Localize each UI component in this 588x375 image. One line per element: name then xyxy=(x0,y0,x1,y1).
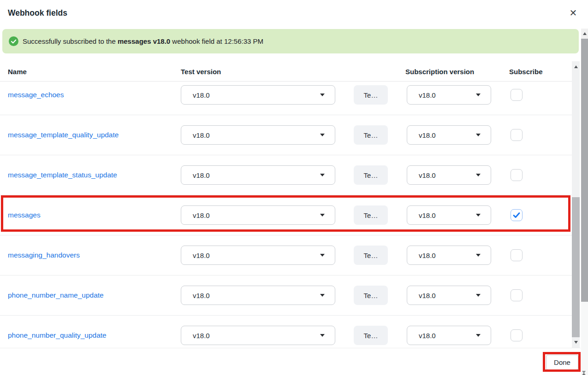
page-scrollbar[interactable] xyxy=(581,29,588,375)
subscription-version-dropdown[interactable]: v18.0 xyxy=(407,165,491,185)
subscribe-checkbox[interactable] xyxy=(511,129,523,141)
table-scrollbar[interactable] xyxy=(572,61,580,348)
test-button[interactable]: Te… xyxy=(354,125,388,145)
success-banner: Successfully subscribed to the messages … xyxy=(2,29,579,53)
dropdown-value: v18.0 xyxy=(193,292,210,299)
subscribe-checkbox[interactable] xyxy=(511,169,523,181)
table-row: message_template_status_update v18.0 Te…… xyxy=(0,155,572,195)
dropdown-value: v18.0 xyxy=(419,211,436,219)
test-button[interactable]: Te… xyxy=(354,85,388,105)
webhook-field-link[interactable]: phone_number_quality_update xyxy=(8,331,107,340)
webhook-field-link[interactable]: messaging_handovers xyxy=(8,251,80,259)
arrow-down-icon xyxy=(574,341,578,344)
dropdown-value: v18.0 xyxy=(419,332,436,340)
test-button[interactable]: Te… xyxy=(354,326,388,345)
dropdown-value: v18.0 xyxy=(193,131,210,139)
webhook-field-link[interactable]: message_template_status_update xyxy=(8,171,117,179)
column-header-subscribe: Subscribe xyxy=(509,67,543,75)
table-scrollbar-thumb[interactable] xyxy=(572,197,580,337)
done-button[interactable]: Done xyxy=(546,355,578,370)
banner-text-bold: messages v18.0 xyxy=(118,37,170,45)
subscription-version-dropdown[interactable]: v18.0 xyxy=(407,125,491,145)
banner-text: Successfully subscribed to the messages … xyxy=(23,37,263,45)
banner-text-prefix: Successfully subscribed to the xyxy=(23,37,118,45)
table-scroll-up-button[interactable] xyxy=(572,62,580,71)
chevron-down-icon xyxy=(320,294,325,297)
dialog-footer: Done xyxy=(0,348,581,375)
arrow-up-icon xyxy=(574,65,578,68)
chevron-down-icon xyxy=(320,174,325,176)
checkmark-icon xyxy=(511,210,522,220)
webhook-field-link[interactable]: phone_number_name_update xyxy=(8,291,104,299)
dropdown-value: v18.0 xyxy=(419,292,436,299)
dropdown-value: v18.0 xyxy=(419,252,436,259)
table-row: messages v18.0 Te… v18.0 xyxy=(0,195,572,235)
close-button[interactable]: ✕ xyxy=(567,6,580,19)
table-row: phone_number_quality_update v18.0 Te… v1… xyxy=(0,316,572,348)
test-version-dropdown[interactable]: v18.0 xyxy=(181,326,335,345)
table-scroll-down-button[interactable] xyxy=(572,338,580,347)
table-row: phone_number_name_update v18.0 Te… v18.0 xyxy=(0,275,572,316)
table-row: message_echoes v18.0 Te… v18.0 xyxy=(0,82,572,115)
subscribe-checkbox[interactable] xyxy=(511,209,523,221)
subscribe-checkbox[interactable] xyxy=(511,289,523,301)
dropdown-value: v18.0 xyxy=(193,171,210,179)
column-header-name: Name xyxy=(8,67,27,75)
test-version-dropdown[interactable]: v18.0 xyxy=(181,125,335,145)
arrow-up-icon xyxy=(583,32,587,35)
chevron-down-icon xyxy=(476,174,481,176)
chevron-down-icon xyxy=(476,94,481,96)
test-version-dropdown[interactable]: v18.0 xyxy=(181,286,335,305)
column-header-test-version: Test version xyxy=(181,67,221,75)
test-button[interactable]: Te… xyxy=(354,165,388,185)
page-scroll-down-button[interactable] xyxy=(582,371,586,375)
dropdown-value: v18.0 xyxy=(193,252,210,259)
table-row: messaging_handovers v18.0 Te… v18.0 xyxy=(0,235,572,275)
test-button[interactable]: Te… xyxy=(354,246,388,265)
chevron-down-icon xyxy=(320,334,325,337)
dropdown-value: v18.0 xyxy=(193,211,210,219)
webhook-fields-dialog: Webhook fields ✕ Successfully subscribed… xyxy=(0,0,588,375)
subscription-version-dropdown[interactable]: v18.0 xyxy=(407,246,491,265)
close-icon: ✕ xyxy=(570,8,577,18)
chevron-down-icon xyxy=(476,334,481,337)
chevron-down-icon xyxy=(476,294,481,297)
chevron-down-icon xyxy=(320,254,325,257)
webhook-field-link[interactable]: messages xyxy=(8,211,41,219)
dropdown-value: v18.0 xyxy=(419,171,436,179)
test-button[interactable]: Te… xyxy=(354,205,388,225)
page-scroll-up-button[interactable] xyxy=(581,29,588,39)
chevron-down-icon xyxy=(320,94,325,96)
page-title: Webhook fields xyxy=(8,8,67,18)
test-version-dropdown[interactable]: v18.0 xyxy=(181,205,335,225)
subscription-version-dropdown[interactable]: v18.0 xyxy=(407,205,491,225)
dropdown-value: v18.0 xyxy=(419,131,436,139)
subscribe-checkbox[interactable] xyxy=(511,249,523,261)
webhook-field-link[interactable]: message_template_quality_update xyxy=(8,131,119,139)
table-header: Name Test version Subscription version S… xyxy=(0,61,572,82)
table-row: message_template_quality_update v18.0 Te… xyxy=(0,115,572,155)
dropdown-value: v18.0 xyxy=(193,332,210,340)
table-body: message_echoes v18.0 Te… v18.0 message_t… xyxy=(0,82,572,348)
check-circle-icon xyxy=(9,36,18,46)
webhook-field-link[interactable]: message_echoes xyxy=(8,91,64,99)
page-scrollbar-thumb[interactable] xyxy=(581,39,588,302)
chevron-down-icon xyxy=(320,134,325,136)
dropdown-value: v18.0 xyxy=(193,91,210,99)
dropdown-value: v18.0 xyxy=(419,91,436,99)
test-button[interactable]: Te… xyxy=(354,286,388,305)
chevron-down-icon xyxy=(476,254,481,257)
column-header-subscription-version: Subscription version xyxy=(405,67,474,75)
banner-text-suffix: webhook field at 12:56:33 PM xyxy=(170,37,263,45)
subscription-version-dropdown[interactable]: v18.0 xyxy=(407,85,491,105)
chevron-down-icon xyxy=(320,214,325,217)
subscribe-checkbox[interactable] xyxy=(511,89,523,101)
subscription-version-dropdown[interactable]: v18.0 xyxy=(407,326,491,345)
test-version-dropdown[interactable]: v18.0 xyxy=(181,165,335,185)
test-version-dropdown[interactable]: v18.0 xyxy=(181,246,335,265)
chevron-down-icon xyxy=(476,134,481,136)
test-version-dropdown[interactable]: v18.0 xyxy=(181,85,335,105)
chevron-down-icon xyxy=(476,214,481,217)
subscription-version-dropdown[interactable]: v18.0 xyxy=(407,286,491,305)
subscribe-checkbox[interactable] xyxy=(511,329,523,341)
